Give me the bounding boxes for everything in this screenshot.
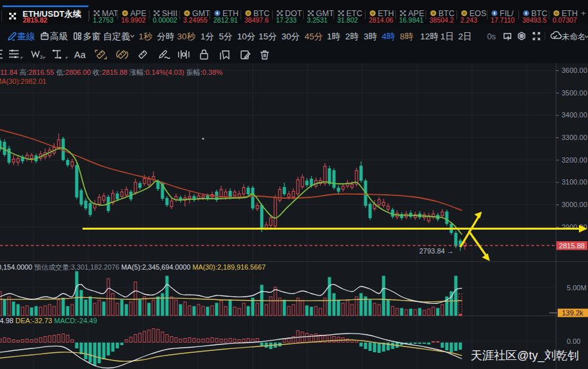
svg-text:2時: 2時 — [346, 32, 359, 41]
svg-text:3: 3 — [40, 55, 43, 59]
svg-text:12時: 12時 — [420, 32, 439, 41]
svg-text:4時: 4時 — [382, 32, 395, 41]
svg-text:1日: 1日 — [440, 32, 454, 41]
svg-text:3.2531: 3.2531 — [307, 16, 328, 24]
svg-text:畫線: 畫線 — [17, 31, 35, 41]
svg-text:3300.00: 3300.00 — [562, 134, 587, 141]
svg-text:3100.00: 3100.00 — [562, 178, 587, 186]
svg-text:45分: 45分 — [304, 32, 323, 41]
svg-text:1秒: 1秒 — [139, 32, 153, 41]
svg-text:1.2753: 1.2753 — [93, 16, 113, 24]
svg-text:3500.00: 3500.00 — [562, 89, 587, 97]
svg-text:3400.00: 3400.00 — [562, 111, 587, 119]
svg-text:多窗: 多窗 — [83, 31, 101, 41]
svg-text:2812.91: 2812.91 — [213, 16, 238, 24]
svg-text:139.2k: 139.2k — [562, 309, 583, 317]
svg-text:+: + — [581, 8, 586, 18]
svg-text:31.802: 31.802 — [337, 16, 358, 24]
svg-text:0.00002: 0.00002 — [153, 16, 177, 24]
svg-text:1時: 1時 — [327, 32, 340, 41]
svg-text:15分: 15分 — [259, 32, 277, 41]
svg-text:90,154.0000 预估成交量:3,301,182.20: 90,154.0000 预估成交量:3,301,182.2076 MA(5):2… — [0, 263, 266, 271]
svg-text:开:2811.84 高:2816.55 低:2806.00: 开:2811.84 高:2816.55 低:2806.00 收:2815.88 … — [0, 68, 222, 76]
svg-text:3000.00: 3000.00 — [562, 201, 587, 208]
svg-text:10分: 10分 — [237, 32, 256, 41]
svg-text:3.24955: 3.24955 — [183, 16, 208, 24]
svg-text:2793.84 →: 2793.84 → — [419, 247, 454, 255]
svg-text:自定義: 自定義 — [103, 31, 130, 41]
svg-text:2日: 2日 — [458, 32, 472, 41]
svg-text:0s: 0s — [487, 32, 496, 41]
svg-text:38497.6: 38497.6 — [244, 16, 269, 24]
svg-text:2.243: 2.243 — [460, 16, 477, 24]
svg-text:16.9902: 16.9902 — [121, 16, 146, 24]
svg-text:2815.88: 2815.88 — [559, 242, 585, 250]
svg-text:Aa: Aa — [74, 50, 86, 60]
svg-text:0.00: 0.00 — [567, 337, 580, 345]
svg-text:1分: 1分 — [201, 32, 214, 41]
svg-text:17.233: 17.233 — [276, 16, 297, 24]
svg-text:2815.82: 2815.82 — [23, 16, 48, 24]
svg-text:分時: 分時 — [157, 32, 174, 41]
svg-text:8時: 8時 — [400, 32, 413, 41]
svg-text:未命名: 未命名 — [562, 32, 586, 41]
svg-text:天涯社区@ty_刘乾钊: 天涯社区@ty_刘乾钊 — [471, 349, 579, 363]
svg-text:38504.2: 38504.2 — [429, 16, 454, 24]
svg-text:5分: 5分 — [219, 32, 233, 41]
svg-text:高級: 高級 — [50, 31, 68, 41]
svg-text:0.07307: 0.07307 — [553, 16, 577, 24]
svg-text:38493.5: 38493.5 — [522, 16, 547, 24]
svg-text:3600.00: 3600.00 — [562, 66, 587, 74]
svg-text:3時: 3時 — [364, 32, 377, 41]
svg-text:3200.00: 3200.00 — [562, 156, 587, 164]
svg-text:17.7110: 17.7110 — [491, 16, 514, 24]
svg-text:5.00M: 5.00M — [567, 284, 587, 292]
svg-text:16.9841: 16.9841 — [399, 16, 424, 24]
svg-text:MA(30):2982.01: MA(30):2982.01 — [0, 77, 46, 85]
svg-text:DIF:-44.98 DEA:-32.73 MACD:-24: DIF:-44.98 DEA:-32.73 MACD:-24.49 — [0, 317, 97, 324]
svg-text:30秒: 30秒 — [177, 32, 196, 41]
svg-text:30分: 30分 — [282, 32, 300, 41]
svg-text:2814.06: 2814.06 — [369, 16, 393, 24]
